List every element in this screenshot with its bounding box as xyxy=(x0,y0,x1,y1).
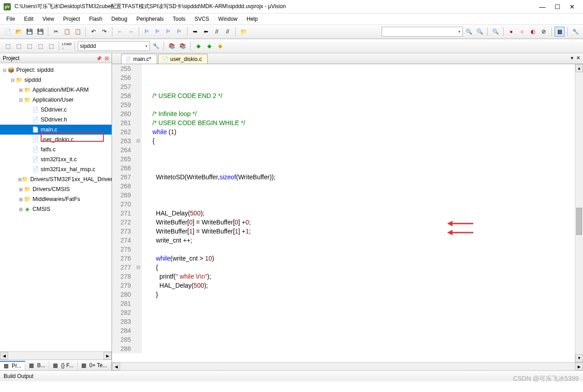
code-line[interactable]: 278 printf(" while \r\n"); xyxy=(112,272,583,281)
target-options-icon[interactable]: 🔧 xyxy=(151,41,161,51)
pack-icon[interactable]: ◆ xyxy=(204,41,214,51)
tree-file[interactable]: fatfs.c xyxy=(0,145,112,154)
new-icon[interactable]: 📄 xyxy=(3,27,13,37)
batch-build-icon[interactable]: ⬚ xyxy=(35,41,45,51)
menu-file[interactable]: File xyxy=(2,15,19,23)
menu-window[interactable]: Window xyxy=(214,15,242,23)
code-line[interactable]: 259 xyxy=(112,100,583,109)
menu-tools[interactable]: Tools xyxy=(168,15,190,23)
code-line[interactable]: 267 WritetoSD(WriteBuffer,sizeof(WriteBu… xyxy=(112,173,583,182)
code-line[interactable]: 285 xyxy=(112,335,583,344)
code-line[interactable]: 257 xyxy=(112,82,583,91)
menu-view[interactable]: View xyxy=(38,15,59,23)
translate-icon[interactable]: ⬚ xyxy=(3,41,13,51)
code-line[interactable]: 274 write_cnt ++; xyxy=(112,236,583,245)
uncomment-icon[interactable]: // xyxy=(223,27,233,37)
indent-icon[interactable]: ➡ xyxy=(190,27,200,37)
copy-icon[interactable]: 📋 xyxy=(62,27,72,37)
breakpoint-insert-icon[interactable]: ● xyxy=(506,27,516,37)
pack-install-icon[interactable]: ◆ xyxy=(215,41,225,51)
tree-project-root[interactable]: ⊟Project: sipddd xyxy=(0,65,112,75)
paste-icon[interactable]: 📋 xyxy=(73,27,83,37)
tree-file[interactable]: user_diskio.c xyxy=(0,135,112,145)
save-all-icon[interactable]: 💾 xyxy=(35,27,45,37)
code-line[interactable]: 276 while(write_cnt > 10) xyxy=(112,254,583,263)
tree-hscroll[interactable]: ◀▶ xyxy=(0,351,112,359)
code-line[interactable]: 261 /* USER CODE BEGIN WHILE */ xyxy=(112,118,583,127)
nav-back-icon[interactable]: ← xyxy=(115,27,125,37)
project-tree[interactable]: ⊟Project: sipddd⊟sipddd⊞Application/MDK-… xyxy=(0,63,112,351)
menu-edit[interactable]: Edit xyxy=(19,15,38,23)
panel-tab[interactable]: ▦Pr... xyxy=(0,361,25,370)
breakpoint-disable-icon[interactable]: ◐ xyxy=(528,27,538,37)
rtx-icon[interactable]: ◆ xyxy=(193,41,203,51)
tree-target[interactable]: ⊟sipddd xyxy=(0,75,112,85)
code-line[interactable]: 269 xyxy=(112,191,583,200)
tree-group[interactable]: ⊞Middlewares/FatFs xyxy=(0,194,112,204)
tab-close-icon[interactable]: ✕ xyxy=(576,55,580,61)
minimize-button[interactable]: — xyxy=(539,3,546,10)
tree-file[interactable]: SDdriver.h xyxy=(0,115,112,125)
code-line[interactable]: 262 while (1) xyxy=(112,127,583,136)
build-icon[interactable]: ⬚ xyxy=(14,41,23,51)
undo-icon[interactable]: ↶ xyxy=(89,27,98,37)
close-button[interactable]: ✕ xyxy=(569,3,575,10)
code-line[interactable]: 263⊟ { xyxy=(112,136,583,145)
bookmark-icon[interactable]: 🏳 xyxy=(142,27,152,37)
download-icon[interactable]: LOAD↓ xyxy=(62,41,72,51)
code-line[interactable]: 277⊟ { xyxy=(112,263,583,272)
menu-project[interactable]: Project xyxy=(59,15,84,23)
search-combo[interactable]: ▾ xyxy=(382,27,463,37)
tree-group[interactable]: ⊞Drivers/CMSIS xyxy=(0,184,112,194)
menu-flash[interactable]: Flash xyxy=(84,15,107,23)
code-line[interactable]: 279 HAL_Delay(500); xyxy=(112,281,583,290)
cut-icon[interactable]: ✂ xyxy=(51,27,61,37)
file-ext-icon[interactable]: 📚 xyxy=(177,41,187,51)
window-icon[interactable]: ▦ xyxy=(555,27,564,37)
breakpoint-kill-icon[interactable]: ⊘ xyxy=(539,27,549,37)
tree-file[interactable]: stm32f1xx_it.c xyxy=(0,154,112,164)
code-line[interactable]: 265 xyxy=(112,154,583,163)
code-editor[interactable]: 255256257258 /* USER CODE END 2 */259260… xyxy=(112,64,583,362)
tree-file[interactable]: stm32f1xx_hal_msp.c xyxy=(0,164,112,174)
panel-close-icon[interactable]: ☒ xyxy=(105,56,109,61)
panel-tab[interactable]: ▦B... xyxy=(25,361,49,369)
code-line[interactable]: 281 xyxy=(112,299,583,308)
code-line[interactable]: 270 xyxy=(112,200,583,209)
panel-tab[interactable]: ▦{} F... xyxy=(49,361,77,369)
bookmark-prev-icon[interactable]: 🏳 xyxy=(153,27,163,37)
code-line[interactable]: 260 /* Infinite loop */ xyxy=(112,109,583,118)
code-line[interactable]: 255 xyxy=(112,64,583,73)
code-line[interactable]: 268 xyxy=(112,182,583,191)
redo-icon[interactable]: ↷ xyxy=(99,27,109,37)
menu-svcs[interactable]: SVCS xyxy=(190,15,214,23)
breakpoint-enable-icon[interactable]: ○ xyxy=(517,27,527,37)
tree-group[interactable]: ⊟Application/User xyxy=(0,95,112,105)
editor-hscroll[interactable]: ◀▶ xyxy=(112,362,583,370)
code-line[interactable]: 284 xyxy=(112,326,583,335)
code-line[interactable]: 286 xyxy=(112,344,583,353)
tree-file[interactable]: main.c xyxy=(0,125,112,135)
code-line[interactable]: 282 xyxy=(112,308,583,317)
find-next-icon[interactable]: 🔍 xyxy=(475,27,485,37)
manage-icon[interactable]: 📚 xyxy=(167,41,177,51)
code-line[interactable]: 258 /* USER CODE END 2 */ xyxy=(112,91,583,100)
tree-group[interactable]: ⊞Drivers/STM32F1xx_HAL_Driver xyxy=(0,174,112,184)
bookmark-next-icon[interactable]: 🏳 xyxy=(163,27,173,37)
config-icon[interactable]: 🔧 xyxy=(570,27,580,37)
code-line[interactable]: 272 WriteBuffer[0] = WriteBuffer[0] +0; xyxy=(112,218,583,227)
tab-list-icon[interactable]: ▾ xyxy=(571,55,574,61)
open-icon[interactable]: 📂 xyxy=(14,27,23,37)
code-line[interactable]: 256 xyxy=(112,73,583,82)
editor-vscroll[interactable]: ▲▼ xyxy=(575,64,583,362)
save-icon[interactable]: 💾 xyxy=(24,27,34,37)
panel-pin-icon[interactable]: 📌 xyxy=(96,56,102,61)
outdent-icon[interactable]: ⬅ xyxy=(201,27,211,37)
code-line[interactable]: 283 xyxy=(112,317,583,326)
bookmark-clear-icon[interactable]: 🏳 xyxy=(174,27,184,37)
find-icon[interactable]: 🔍 xyxy=(464,27,474,37)
editor-tab[interactable]: main.c* xyxy=(121,54,157,64)
code-line[interactable]: 280 } xyxy=(112,290,583,299)
tree-group[interactable]: ⊞Application/MDK-ARM xyxy=(0,85,112,95)
panel-tab[interactable]: ▦0+ Te... xyxy=(78,361,111,369)
